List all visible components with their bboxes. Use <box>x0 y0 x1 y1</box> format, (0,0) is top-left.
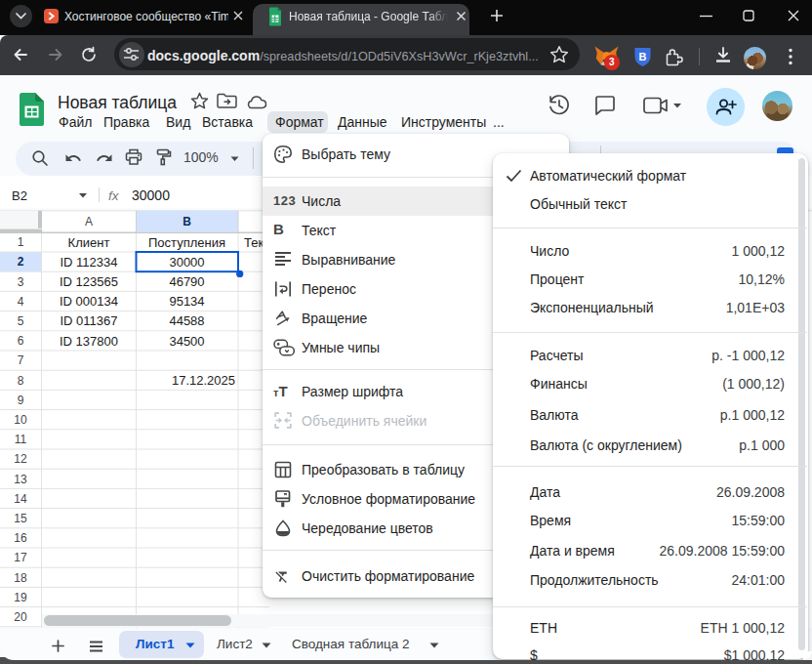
svg-text:17: 17 <box>14 551 27 564</box>
svg-text:ID 137800: ID 137800 <box>60 334 118 349</box>
svg-text:6: 6 <box>18 334 24 348</box>
svg-text:2: 2 <box>18 255 24 269</box>
svg-text:19: 19 <box>14 591 27 604</box>
svg-text:5: 5 <box>18 314 24 328</box>
svg-text:ID 112334: ID 112334 <box>60 255 117 270</box>
svg-text:30000: 30000 <box>169 255 204 270</box>
svg-text:11: 11 <box>15 433 27 446</box>
svg-text:B: B <box>183 215 191 228</box>
svg-text:34500: 34500 <box>169 334 204 349</box>
svg-text:10: 10 <box>14 413 27 427</box>
svg-text:ID 123565: ID 123565 <box>60 274 118 289</box>
svg-text:13: 13 <box>14 473 27 486</box>
svg-text:12: 12 <box>14 452 27 466</box>
svg-text:Поступления: Поступления <box>148 235 225 250</box>
svg-text:95134: 95134 <box>169 294 204 309</box>
svg-text:ID 011367: ID 011367 <box>60 313 117 328</box>
svg-text:8: 8 <box>18 374 24 388</box>
svg-text:18: 18 <box>14 571 27 585</box>
svg-text:3: 3 <box>18 275 24 289</box>
svg-text:46790: 46790 <box>169 274 204 289</box>
svg-text:4: 4 <box>18 295 24 309</box>
svg-text:Клиент: Клиент <box>68 235 110 250</box>
svg-text:14: 14 <box>14 492 27 506</box>
svg-text:9: 9 <box>18 394 24 407</box>
svg-text:7: 7 <box>18 353 24 367</box>
svg-text:ID 000134: ID 000134 <box>60 294 118 309</box>
svg-text:A: A <box>85 215 93 228</box>
svg-text:20: 20 <box>14 610 27 624</box>
svg-text:15: 15 <box>14 512 27 525</box>
svg-text:17.12.2025: 17.12.2025 <box>172 373 235 388</box>
svg-text:1: 1 <box>18 235 24 249</box>
svg-text:44588: 44588 <box>169 313 204 328</box>
svg-text:16: 16 <box>14 531 27 545</box>
